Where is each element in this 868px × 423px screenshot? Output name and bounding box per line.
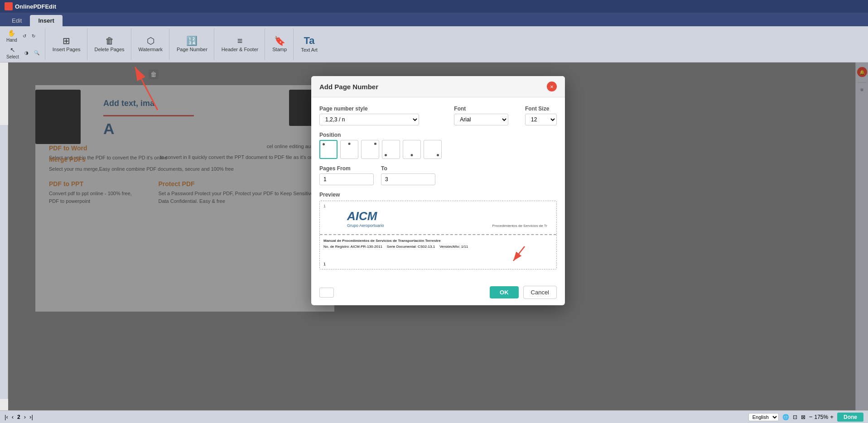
svg-line-3	[513, 246, 525, 261]
top-bar: OnlinePDFEdit	[0, 0, 868, 13]
preview-logo: AICM Grupo Aeroportuario	[347, 209, 384, 228]
zoom-in-button[interactable]: 🔍	[32, 49, 41, 56]
font-size-group: Font Size 12	[525, 106, 557, 125]
pages-from-label: Pages From	[319, 165, 374, 172]
page-number-section: 🔢 Page Number	[170, 29, 214, 60]
pages-from-input-wrapper: ▲ ▼	[319, 173, 374, 185]
header-footer-section: ≡ Header & Footer	[215, 29, 265, 60]
tab-edit[interactable]: Edit	[4, 15, 30, 26]
preview-section: Preview 1 AICM Grupo Aeroportuario Pr	[319, 192, 557, 269]
text-art-section: Ta Text Art	[294, 29, 324, 60]
delete-pages-button[interactable]: 🗑 Delete Pages	[91, 30, 128, 59]
preview-bottom: Manual de Procedimientos de Servicios de…	[320, 235, 556, 269]
pdf-view: 🗑 Add text, ima A PDF to Word Select and…	[8, 62, 868, 410]
logo-icon	[5, 2, 13, 10]
modal-header: Add Page Number ×	[311, 76, 565, 97]
hand-tool[interactable]: ✋ Hand	[5, 29, 19, 43]
page-number-icon: 🔢	[186, 36, 198, 45]
modal-body: Page number style 1,2,3 / n Font Arial	[311, 97, 565, 284]
modal-title: Add Page Number	[319, 83, 378, 91]
page-number-style-group: Page number style 1,2,3 / n	[319, 106, 447, 125]
position-top-right[interactable]	[361, 140, 379, 159]
header-footer-button[interactable]: ≡ Header & Footer	[218, 30, 262, 59]
text-art-button[interactable]: Ta Text Art	[297, 30, 321, 59]
workspace: 🗑 Add text, ima A PDF to Word Select and…	[0, 62, 868, 410]
cancel-button[interactable]: Cancel	[523, 286, 557, 299]
modal-overlay: Add Page Number × Page number style 1,2,…	[8, 62, 868, 410]
font-size-select[interactable]: 12	[525, 114, 557, 125]
select-tool[interactable]: ↖ Select	[5, 45, 21, 60]
pages-to-input[interactable]	[381, 174, 435, 184]
app-logo: OnlinePDFEdit	[5, 2, 56, 10]
undo-button[interactable]: ↺	[21, 33, 28, 39]
prev-page-button[interactable]: ‹	[12, 413, 14, 420]
page-number-style-label: Page number style	[319, 106, 447, 112]
zoom-in-button[interactable]: +	[830, 413, 834, 420]
preview-right-text: Procedimientos de Servicios de Tr	[492, 224, 547, 228]
font-group: Font Arial	[454, 106, 518, 125]
preview-bottom-version: Versión/Año: 1/11	[439, 245, 468, 249]
insert-pages-button[interactable]: ⊞ Insert Pages	[49, 30, 84, 59]
add-page-number-dialog: Add Page Number × Page number style 1,2,…	[311, 76, 565, 305]
insert-pages-section: ⊞ Insert Pages	[46, 29, 87, 60]
position-bottom-left[interactable]	[382, 140, 400, 159]
preview-label: Preview	[319, 192, 557, 198]
watermark-button[interactable]: ⬡ Watermark	[135, 30, 166, 59]
globe-icon: 🌐	[782, 414, 789, 420]
zoom-control: − 175% +	[809, 413, 834, 420]
preview-bottom-reg: No. de Registro: AICM-PR-130-2011	[323, 245, 382, 249]
position-bottom-center[interactable]	[403, 140, 421, 159]
current-page: 2	[17, 414, 20, 420]
font-label: Font	[454, 106, 518, 112]
preview-arrow	[497, 242, 529, 264]
bottom-left: |‹ ‹ 2 › ›|	[5, 413, 33, 420]
watermark-icon: ⬡	[147, 36, 154, 45]
delete-pages-section: 🗑 Delete Pages	[88, 29, 131, 60]
tab-bar: Edit Insert	[0, 13, 868, 26]
preview-top-page-num: 1	[323, 204, 326, 208]
bottom-bar: |‹ ‹ 2 › ›| English 🌐 ⊡ ⊠ − 175% + Done	[0, 410, 868, 423]
modal-close-button[interactable]: ×	[547, 82, 557, 91]
redo-button[interactable]: ↻	[30, 33, 37, 39]
pages-to-label: To	[381, 165, 435, 172]
preview-container: 1 AICM Grupo Aeroportuario Procedimiento…	[319, 201, 557, 269]
color-swatch[interactable]	[319, 288, 334, 298]
delete-pages-icon: 🗑	[105, 36, 114, 45]
watermark-section: ⬡ Watermark	[132, 29, 169, 60]
preview-bottom-serie: Serie Documental: CS02-13.1	[387, 245, 435, 249]
pages-from-group: Pages From ▲ ▼	[319, 165, 374, 185]
next-page-button[interactable]: ›	[24, 413, 26, 420]
tab-insert[interactable]: Insert	[30, 15, 62, 26]
position-top-left[interactable]	[319, 140, 338, 159]
position-top-center[interactable]	[340, 140, 358, 159]
page-number-style-select[interactable]: 1,2,3 / n	[319, 114, 419, 125]
zoom-level: 175%	[815, 414, 829, 420]
header-footer-icon: ≡	[237, 36, 243, 45]
pages-to-input-wrapper: ▲ ▼	[381, 173, 435, 185]
stamp-section: 🔖 Stamp	[266, 29, 294, 60]
insert-pages-icon: ⊞	[63, 36, 70, 45]
toolbar-left-group: ✋ Hand ↺ ↻ ↖ Select ◑ 🔍	[5, 29, 45, 60]
pages-to-group: To ▲ ▼	[381, 165, 435, 185]
cursor-icon: ↖	[10, 46, 15, 53]
pages-from-input[interactable]	[320, 174, 374, 184]
font-select[interactable]: Arial	[454, 114, 508, 125]
app-title: OnlinePDFEdit	[15, 3, 56, 10]
hand-icon: ✋	[8, 29, 15, 37]
first-page-button[interactable]: |‹	[5, 413, 8, 420]
bottom-right: English 🌐 ⊡ ⊠ − 175% + Done	[748, 413, 863, 422]
done-button[interactable]: Done	[837, 413, 863, 422]
stamp-button[interactable]: 🔖 Stamp	[269, 30, 290, 59]
pages-row: Pages From ▲ ▼ To	[319, 165, 557, 185]
ok-button[interactable]: OK	[490, 286, 519, 298]
position-group: Position	[319, 132, 557, 159]
position-bottom-right[interactable]	[424, 140, 442, 159]
last-page-button[interactable]: ›|	[29, 413, 33, 420]
style-font-row: Page number style 1,2,3 / n Font Arial	[319, 106, 557, 125]
toolbar: ✋ Hand ↺ ↻ ↖ Select ◑ 🔍	[0, 26, 868, 62]
fit-icon1: ⊡	[793, 414, 797, 420]
page-number-button[interactable]: 🔢 Page Number	[173, 30, 211, 59]
zoom-out-button[interactable]: −	[809, 413, 813, 420]
contrast-button[interactable]: ◑	[23, 49, 30, 56]
language-select[interactable]: English	[748, 413, 779, 421]
